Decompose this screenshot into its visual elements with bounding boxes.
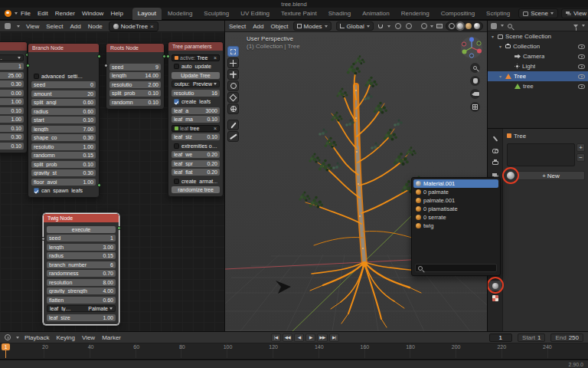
node-editor-canvas[interactable]: Node grease_pe… [0,32,224,331]
workspace-tab[interactable]: Compositing [436,8,480,20]
node-param-row[interactable]: leaf_ty… Palmate [47,305,116,312]
workspace-tab[interactable]: Scripting [481,8,515,20]
node-param-row[interactable]: start 0.10 [31,117,96,123]
node-param-row[interactable]: e 0.10 [0,143,24,150]
menu-item[interactable]: File [21,10,31,17]
tool-button[interactable] [227,131,239,142]
expand-arrow[interactable]: ▾ [498,44,503,49]
scene-selector[interactable]: Scene [518,8,558,18]
playhead-badge[interactable]: 1 [2,343,10,350]
menu-item[interactable]: Select [46,23,63,30]
node-param-row[interactable]: grease_pe… [0,54,24,61]
menu-item[interactable]: Playback [24,334,49,341]
material-list-item[interactable]: 0 serrate [413,213,498,222]
node-param-row[interactable]: randomn 0.15 [31,152,96,159]
tree-parameters-node[interactable]: Tree parameters active: Tree [168,41,224,197]
node-socket[interactable] [97,183,101,187]
outliner-row[interactable]: tree [488,81,588,91]
node-tree-selector[interactable]: NodeTree [109,21,158,31]
menu-item[interactable]: Node [88,23,103,30]
node-param-row[interactable]: resolutio 2.00 [109,81,161,88]
node-socket[interactable] [26,64,30,67]
outliner-row[interactable]: Camera [488,51,588,61]
menu-item[interactable]: Render [55,10,75,17]
node-param-row[interactable]: seed 0 [31,81,96,88]
shading-solid-button[interactable] [457,23,463,29]
properties-tab[interactable] [489,158,501,168]
material-list-item[interactable]: 0 palmate [413,188,498,196]
node-param-row[interactable]: leaf_size 1.00 [47,314,116,321]
node-param-row[interactable]: radius 0.15 [47,252,116,259]
tool-button[interactable] [227,58,239,68]
pivot-point-icon[interactable] [395,23,401,29]
transport-button[interactable]: |◀ [271,334,281,342]
properties-tab[interactable] [489,133,501,143]
trunk-node[interactable]: Node grease_pe… [0,41,28,153]
node-param-row[interactable]: als 0.30 [0,133,24,140]
eye-icon[interactable] [578,54,585,59]
shading-wireframe-button[interactable] [449,23,455,29]
node-param-row[interactable]: radius 0.60 [31,108,96,115]
expand-arrow[interactable]: ▾ [490,34,495,39]
node-header[interactable]: Tree parameters [168,42,223,51]
snap-magnet-icon[interactable] [378,25,383,28]
menu-item[interactable]: Add [70,23,80,30]
node-param-row[interactable]: resolution 8.00 [47,279,116,286]
remove-slot-button[interactable]: − [577,153,585,162]
node-param-row[interactable]: leaf_siz 0.10 [172,133,220,140]
node-param-row[interactable]: randomness 0.70 [47,270,116,277]
navigation-gizmo[interactable] [460,36,483,59]
node-param-row[interactable]: active: Tree [172,54,220,61]
node-param-row[interactable]: leaf tree [172,125,220,132]
browse-material-icon[interactable] [507,172,514,179]
node-param-row[interactable]: shape_co 0.30 [31,134,96,141]
tree-roots[interactable] [310,262,421,327]
outliner-row[interactable]: ▾ Tree [488,71,588,81]
node-param-row[interactable]: seed 9 [109,64,161,71]
node-param-row[interactable]: create_leafs [172,98,220,105]
node-param-row[interactable]: 1 [0,63,24,70]
tool-button[interactable] [227,104,239,114]
search-icon[interactable] [508,24,512,28]
material-search-input[interactable] [425,265,494,271]
node-param-row[interactable]: leaf_flat 0.20 [172,169,220,176]
node-param-row[interactable]: length 14.00 [109,72,161,79]
node-param-row[interactable]: Update Tree [172,72,220,79]
filter-icon[interactable] [573,25,578,28]
transport-button[interactable]: ◀◀ [283,334,292,342]
transport-button[interactable]: ▶| [329,334,339,342]
workspace-tab[interactable]: Shading [323,8,356,20]
expand-arrow[interactable]: ▾ [498,74,503,79]
editor-type-icon[interactable] [5,23,11,29]
eye-icon[interactable] [578,64,585,69]
transport-button[interactable]: ▶ [305,334,315,342]
node-param-row[interactable]: branch_number 6 [47,261,116,268]
node-param-row[interactable]: length 7.00 [31,126,96,133]
material-slot-list[interactable] [507,143,575,166]
node-param-row[interactable]: gravity_st 0.30 [31,169,96,176]
node-param-row[interactable]: resolutio 1.00 [31,143,96,150]
shading-rendered-button[interactable] [474,23,480,29]
material-list-item[interactable]: 0 plamatisate [413,205,498,213]
workspace-tab[interactable]: Animation [357,8,395,20]
outliner-row[interactable]: Light [488,61,588,71]
menu-item[interactable]: View [82,334,95,341]
node-param-row[interactable]: leaf_ma 0.10 [172,116,220,123]
node-param-row[interactable]: split_angl 0.60 [31,99,96,106]
viewport-nav-button[interactable] [470,76,480,86]
properties-tab[interactable] [489,281,501,291]
tree-model[interactable] [299,55,424,327]
node-param-row[interactable]: leaf_a 3000 [172,107,220,114]
gizmos-dropdown-icon[interactable] [421,23,427,29]
menu-item[interactable]: Window [82,10,103,17]
menu-item[interactable]: Edit [38,10,48,17]
workspace-tab[interactable]: Sculpting [198,8,234,20]
menu-item[interactable]: Marker [102,334,121,341]
menu-item[interactable]: Object [270,23,288,30]
outliner-row[interactable]: ▾ Collection [488,41,588,51]
node-param-row[interactable]: length 3.00 [47,244,116,251]
node-param-row[interactable]: amount 20 [31,90,96,97]
workspace-tab[interactable]: Texture Paint [276,8,322,20]
add-slot-button[interactable]: + [577,143,585,152]
node-param-row[interactable]: s 0.30 [0,80,24,87]
